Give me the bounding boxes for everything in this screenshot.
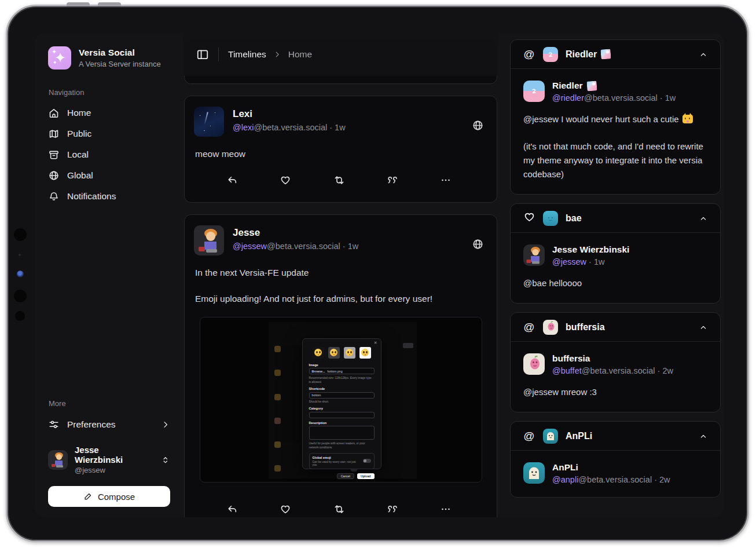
at-sign-icon: @ [523, 48, 535, 61]
notification-user-name: Riedler [552, 81, 583, 91]
notification-card: @ AnPLi [510, 421, 721, 498]
post-card[interactable]: Lexi @lexi@beta.versia.social · 1w [184, 96, 497, 203]
reply-icon[interactable] [226, 174, 238, 186]
notification-title: bae [566, 213, 582, 224]
sidebar-item-preferences[interactable]: Preferences [48, 415, 170, 434]
avatar[interactable] [523, 353, 545, 375]
avatar [48, 450, 68, 470]
house-icon [48, 107, 60, 119]
close-icon[interactable]: ✕ [374, 341, 377, 345]
notification-user-name[interactable]: AnPLi [552, 462, 670, 473]
sliders-icon [48, 419, 60, 430]
microphone-dot [19, 254, 21, 256]
notification-user-name[interactable]: buffersia [552, 353, 673, 364]
boost-repeat-icon[interactable] [333, 174, 345, 186]
pleading-face-emoji [344, 347, 355, 359]
global-emoji-toggle[interactable] [363, 459, 371, 463]
map-icon [48, 128, 60, 140]
app-screen: ✦ ✦ ✦ Versia Social A Versia Server inst… [35, 33, 724, 517]
post-author[interactable]: Jesse [233, 227, 358, 239]
post-action-bar [194, 164, 487, 196]
description-hint: Useful for people with screen readers, o… [309, 441, 375, 450]
notification-header[interactable]: @ AnPLi [511, 422, 720, 451]
upload-button[interactable]: Upload [357, 473, 375, 479]
notification-card: @ buffersia [510, 312, 721, 412]
avatar[interactable] [523, 81, 545, 102]
pleading-face-emoji [328, 347, 340, 359]
sidebar-item-public[interactable]: Public [48, 123, 170, 144]
chevron-right-icon [273, 50, 281, 59]
notification-header[interactable]: bae [511, 204, 720, 233]
more-ellipsis-icon[interactable] [440, 503, 452, 515]
visibility-globe-icon [472, 119, 484, 134]
breadcrumb-timelines[interactable]: Timelines [228, 49, 266, 60]
heart-icon [523, 211, 535, 226]
avatar[interactable] [194, 107, 224, 137]
breadcrumb: Timelines Home [228, 49, 312, 60]
visibility-globe-icon [472, 238, 484, 253]
description-textarea[interactable] [309, 426, 375, 440]
notification-header[interactable]: @ buffersia [511, 313, 720, 342]
file-input[interactable]: Browse... bottom.png [309, 368, 375, 374]
post-image-attachment[interactable]: ✕ Image Browse... bot [200, 317, 482, 483]
notification-time: · 2w [654, 475, 670, 484]
breadcrumb-home[interactable]: Home [288, 49, 312, 60]
post-card[interactable]: Jesse @jessew@beta.versia.social · 1w [184, 214, 497, 517]
category-input[interactable] [309, 412, 375, 418]
chevron-up-icon[interactable] [699, 323, 708, 332]
quote-icon[interactable] [387, 503, 398, 515]
trans-marble-cube-emoji [601, 49, 611, 59]
global-emoji-setting: Global emoji Can be used by every user, … [309, 453, 375, 469]
more-ellipsis-icon[interactable] [440, 174, 452, 186]
boost-repeat-icon[interactable] [333, 503, 345, 515]
description-label: Description [309, 421, 375, 425]
emoji-upload-dialog: ✕ Image Browse... bot [302, 338, 381, 469]
timeline-scroll[interactable]: Lexi @lexi@beta.versia.social · 1w [183, 33, 498, 517]
globe-icon [48, 170, 60, 181]
sidebar-item-label: Global [67, 170, 93, 181]
post-time: · 1w [329, 123, 345, 132]
trans-marble-cube-emoji [586, 81, 597, 91]
chevron-up-icon[interactable] [699, 432, 708, 441]
camera-lens-blue [17, 271, 24, 277]
notification-content: @jessew mreow :3 [523, 385, 707, 399]
notification-title: Riedler [566, 49, 597, 60]
cancel-button[interactable]: Cancel [337, 473, 354, 479]
post-handle: @lexi@beta.versia.social · 1w [233, 123, 346, 132]
notification-user-name[interactable]: Jesse Wierzbinski [552, 244, 629, 255]
sidebar-item-label: Notifications [67, 191, 116, 202]
reply-icon[interactable] [226, 503, 238, 515]
compose-button[interactable]: Compose [48, 486, 170, 507]
chevron-right-icon [161, 420, 170, 429]
shortcode-label: Shortcode [309, 387, 375, 390]
shortcode-input[interactable]: bottom [309, 392, 375, 399]
chevrons-up-down-icon [161, 455, 170, 465]
sidebar-item-global[interactable]: Global [48, 165, 170, 186]
sidebar-item-home[interactable]: Home [48, 103, 170, 123]
post-author[interactable]: Lexi [233, 108, 346, 120]
notification-header[interactable]: @ Riedler [511, 40, 720, 69]
timeline-column: Lexi @lexi@beta.versia.social · 1w [183, 33, 498, 517]
chevron-up-icon[interactable] [699, 214, 708, 223]
sidebar-item-local[interactable]: Local [48, 144, 170, 165]
post-content: meow meow [195, 147, 486, 160]
bell-icon [48, 191, 60, 202]
chevron-up-icon[interactable] [699, 50, 708, 59]
avatar[interactable] [194, 225, 224, 255]
account-switcher[interactable]: Jesse Wierzbinski @jessew [48, 445, 170, 474]
avatar[interactable] [523, 244, 545, 266]
timeline-header: Timelines Home [183, 33, 498, 76]
sidebar-toggle-icon[interactable] [196, 48, 209, 61]
quote-icon[interactable] [387, 174, 398, 186]
notifications-column: @ Riedler [498, 33, 724, 517]
like-heart-icon[interactable] [280, 503, 291, 515]
at-sign-icon: @ [523, 430, 535, 443]
at-sign-icon: @ [523, 321, 535, 334]
sidebar-item-notifications[interactable]: Notifications [48, 186, 170, 207]
pencil-icon [83, 492, 93, 501]
like-heart-icon[interactable] [280, 174, 291, 186]
avatar[interactable] [523, 462, 545, 484]
current-user-name: Jesse Wierzbinski [75, 445, 147, 465]
post-action-bar [194, 493, 487, 517]
more-section-label: More [49, 399, 170, 408]
